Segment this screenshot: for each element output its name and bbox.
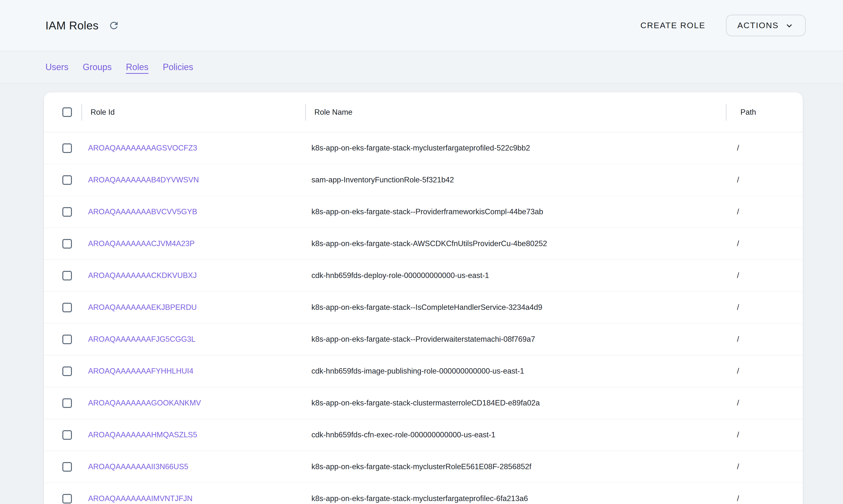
title-bar: IAM Roles CREATE ROLE ACTIONS <box>0 0 843 51</box>
chevron-down-icon <box>784 20 794 31</box>
path-cell: / <box>726 335 803 344</box>
column-header-role-name: Role Name <box>306 108 726 117</box>
path-cell: / <box>726 176 803 184</box>
row-checkbox[interactable] <box>62 494 72 504</box>
roles-table-card: Role Id Role Name Path AROAQAAAAAAAAGSVO… <box>44 92 803 504</box>
role-id-link[interactable]: AROAQAAAAAAAEKJBPERDU <box>88 303 197 311</box>
table-row: AROAQAAAAAAACKDKVUBXJ cdk-hnb659fds-depl… <box>44 260 803 292</box>
row-checkbox[interactable] <box>62 335 72 344</box>
table-row: AROAQAAAAAAAFJG5CGG3L k8s-app-on-eks-far… <box>44 324 803 356</box>
column-header-role-id: Role Id <box>82 108 306 117</box>
role-name-cell: k8s-app-on-eks-fargate-stack--Providerfr… <box>306 208 726 216</box>
role-id-link[interactable]: AROAQAAAAAAAII3N66US5 <box>88 462 188 471</box>
table-row: AROAQAAAAAAAB4DYVWSVN sam-app-InventoryF… <box>44 164 803 196</box>
role-id-cell: AROAQAAAAAAACJVM4A23P <box>82 239 306 248</box>
role-id-cell: AROAQAAAAAAAIMVNTJFJN <box>82 494 306 503</box>
row-checkbox-cell <box>44 462 82 472</box>
tab-groups[interactable]: Groups <box>83 62 112 72</box>
row-checkbox[interactable] <box>62 462 72 472</box>
row-checkbox[interactable] <box>62 207 72 217</box>
path-cell: / <box>726 494 803 503</box>
path-cell: / <box>726 239 803 248</box>
refresh-button[interactable] <box>107 19 121 32</box>
role-id-link[interactable]: AROAQAAAAAAAFJG5CGG3L <box>88 335 195 343</box>
role-name-cell: cdk-hnb659fds-deploy-role-000000000000-u… <box>306 271 726 280</box>
path-cell: / <box>726 144 803 152</box>
role-name-cell: k8s-app-on-eks-fargate-stack-clustermast… <box>306 399 726 408</box>
table-header-row: Role Id Role Name Path <box>44 92 803 132</box>
role-id-cell: AROAQAAAAAAAEKJBPERDU <box>82 303 306 312</box>
select-all-cell <box>44 107 82 117</box>
row-checkbox[interactable] <box>62 175 72 185</box>
path-cell: / <box>726 399 803 408</box>
path-cell: / <box>726 271 803 280</box>
path-cell: / <box>726 367 803 376</box>
table-row: AROAQAAAAAAACJVM4A23P k8s-app-on-eks-far… <box>44 228 803 260</box>
role-name-cell: k8s-app-on-eks-fargate-stack-myclusterfa… <box>306 494 726 503</box>
page-title: IAM Roles <box>46 19 99 32</box>
role-id-cell: AROAQAAAAAAAII3N66US5 <box>82 462 306 471</box>
role-id-link[interactable]: AROAQAAAAAAACKDKVUBXJ <box>88 271 197 280</box>
role-id-link[interactable]: AROAQAAAAAAAB4DYVWSVN <box>88 176 199 184</box>
column-separator <box>305 104 306 121</box>
tab-policies[interactable]: Policies <box>163 62 193 72</box>
path-cell: / <box>726 430 803 439</box>
actions-button-label: ACTIONS <box>737 21 779 30</box>
role-id-cell: AROAQAAAAAAAHMQASZLS5 <box>82 430 306 439</box>
row-checkbox[interactable] <box>62 271 72 281</box>
role-id-cell: AROAQAAAAAAABVCVV5GYB <box>82 208 306 216</box>
row-checkbox[interactable] <box>62 398 72 408</box>
tab-roles[interactable]: Roles <box>126 62 149 72</box>
row-checkbox[interactable] <box>62 303 72 312</box>
row-checkbox-cell <box>44 430 82 440</box>
role-id-link[interactable]: AROAQAAAAAAAIMVNTJFJN <box>88 494 192 503</box>
role-id-cell: AROAQAAAAAAAAGSVOCFZ3 <box>82 144 306 152</box>
role-name-cell: k8s-app-on-eks-fargate-stack--IsComplete… <box>306 303 726 312</box>
row-checkbox-cell <box>44 494 82 504</box>
actions-button[interactable]: ACTIONS <box>726 15 806 36</box>
table-row: AROAQAAAAAAAII3N66US5 k8s-app-on-eks-far… <box>44 451 803 483</box>
role-name-cell: k8s-app-on-eks-fargate-stack--Providerwa… <box>306 335 726 344</box>
row-checkbox-cell <box>44 303 82 312</box>
row-checkbox-cell <box>44 143 82 153</box>
role-id-link[interactable]: AROAQAAAAAAAFYHHLHUI4 <box>88 367 193 375</box>
row-checkbox-cell <box>44 207 82 217</box>
path-cell: / <box>726 303 803 312</box>
table-row: AROAQAAAAAAAAGSVOCFZ3 k8s-app-on-eks-far… <box>44 132 803 164</box>
table-row: AROAQAAAAAAAGOOKANKMV k8s-app-on-eks-far… <box>44 387 803 419</box>
role-id-link[interactable]: AROAQAAAAAAAGOOKANKMV <box>88 399 201 407</box>
path-cell: / <box>726 208 803 216</box>
role-id-link[interactable]: AROAQAAAAAAACJVM4A23P <box>88 239 195 248</box>
row-checkbox-cell <box>44 239 82 249</box>
row-checkbox-cell <box>44 271 82 281</box>
row-checkbox[interactable] <box>62 143 72 153</box>
role-name-cell: cdk-hnb659fds-cfn-exec-role-000000000000… <box>306 430 726 439</box>
role-id-cell: AROAQAAAAAAAFYHHLHUI4 <box>82 367 306 376</box>
iam-tab-bar: Users Groups Roles Policies <box>0 51 843 84</box>
role-id-cell: AROAQAAAAAAAB4DYVWSVN <box>82 176 306 184</box>
row-checkbox[interactable] <box>62 430 72 440</box>
refresh-icon <box>108 20 120 31</box>
row-checkbox-cell <box>44 366 82 376</box>
table-row: AROAQAAAAAAAFYHHLHUI4 cdk-hnb659fds-imag… <box>44 356 803 387</box>
role-id-link[interactable]: AROAQAAAAAAAHMQASZLS5 <box>88 430 197 439</box>
row-checkbox[interactable] <box>62 239 72 249</box>
role-name-cell: sam-app-InventoryFunctionRole-5f321b42 <box>306 176 726 184</box>
select-all-checkbox[interactable] <box>62 107 72 117</box>
table-body: AROAQAAAAAAAAGSVOCFZ3 k8s-app-on-eks-far… <box>44 132 803 504</box>
role-id-cell: AROAQAAAAAAAFJG5CGG3L <box>82 335 306 344</box>
column-header-path: Path <box>726 108 803 117</box>
role-id-cell: AROAQAAAAAAAGOOKANKMV <box>82 399 306 408</box>
row-checkbox[interactable] <box>62 366 72 376</box>
table-row: AROAQAAAAAAABVCVV5GYB k8s-app-on-eks-far… <box>44 196 803 228</box>
role-id-link[interactable]: AROAQAAAAAAAAGSVOCFZ3 <box>88 144 197 152</box>
column-separator <box>81 104 82 121</box>
role-id-link[interactable]: AROAQAAAAAAABVCVV5GYB <box>88 208 197 216</box>
path-cell: / <box>726 462 803 471</box>
tab-users[interactable]: Users <box>46 62 68 72</box>
content-area: Role Id Role Name Path AROAQAAAAAAAAGSVO… <box>0 84 843 504</box>
create-role-button[interactable]: CREATE ROLE <box>638 16 708 35</box>
row-checkbox-cell <box>44 175 82 185</box>
row-checkbox-cell <box>44 335 82 344</box>
row-checkbox-cell <box>44 398 82 408</box>
